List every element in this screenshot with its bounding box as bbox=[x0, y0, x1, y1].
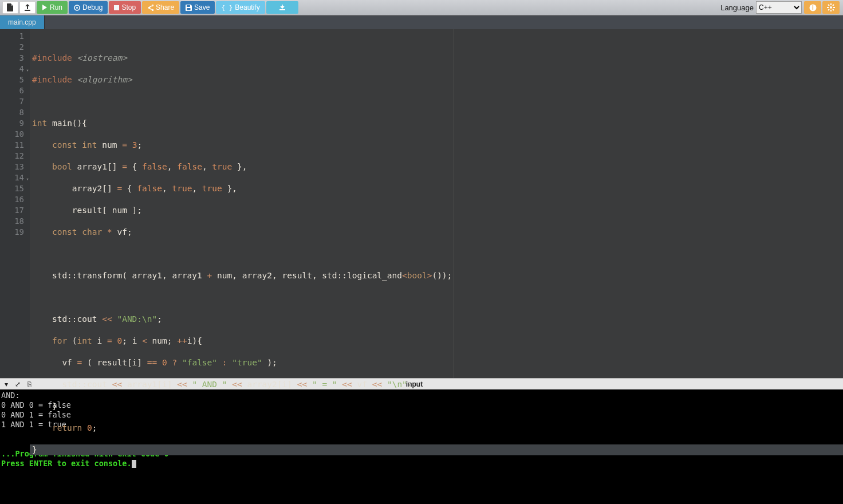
editor[interactable]: 12345678910111213141516171819 #include <… bbox=[0, 29, 843, 378]
svg-point-9 bbox=[830, 6, 832, 9]
download-button[interactable] bbox=[266, 1, 298, 14]
info-button[interactable]: i bbox=[804, 1, 821, 14]
toolbar: Run Debug Stop Share Save { }Beautify La… bbox=[0, 0, 843, 15]
svg-rect-3 bbox=[114, 5, 119, 10]
new-file-button[interactable] bbox=[2, 1, 18, 14]
debug-button[interactable]: Debug bbox=[69, 1, 108, 14]
console-collapse-icon[interactable]: ▾ bbox=[5, 380, 8, 388]
svg-rect-6 bbox=[279, 9, 285, 10]
svg-line-15 bbox=[833, 9, 834, 10]
svg-rect-5 bbox=[187, 8, 191, 10]
print-margin bbox=[454, 29, 454, 378]
gutter: 12345678910111213141516171819 bbox=[0, 29, 30, 378]
svg-line-17 bbox=[833, 5, 834, 6]
svg-text:i: i bbox=[812, 5, 814, 11]
file-tab-main[interactable]: main.cpp bbox=[0, 15, 45, 29]
settings-button[interactable] bbox=[822, 1, 840, 14]
language-label: Language bbox=[720, 3, 754, 12]
upload-button[interactable] bbox=[19, 1, 36, 14]
svg-rect-0 bbox=[25, 10, 30, 11]
console-expand-icon[interactable]: ⤢ bbox=[15, 380, 21, 388]
tab-bar: main.cpp bbox=[0, 15, 843, 29]
beautify-button[interactable]: { }Beautify bbox=[216, 1, 265, 14]
stop-button[interactable]: Stop bbox=[109, 1, 141, 14]
code-area[interactable]: #include <iostream> #include <algorithm>… bbox=[30, 29, 843, 378]
svg-line-16 bbox=[828, 9, 829, 10]
run-button[interactable]: Run bbox=[37, 1, 68, 14]
svg-point-2 bbox=[76, 7, 78, 9]
svg-rect-4 bbox=[187, 5, 190, 7]
svg-line-14 bbox=[828, 5, 829, 6]
language-select[interactable]: C++ bbox=[756, 1, 802, 14]
share-button[interactable]: Share bbox=[142, 1, 179, 14]
save-button[interactable]: Save bbox=[180, 1, 215, 14]
